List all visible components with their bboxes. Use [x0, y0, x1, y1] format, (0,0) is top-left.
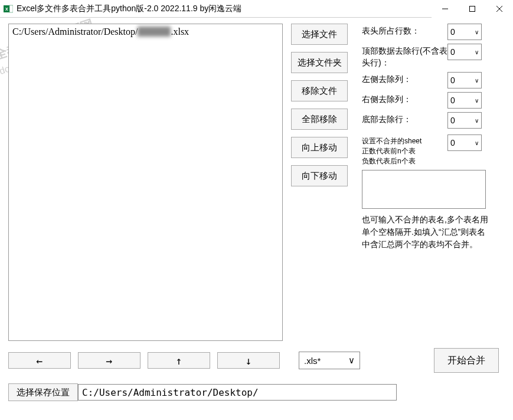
top-drop-label: 顶部数据去除行(不含表头行)：	[362, 44, 447, 68]
bottom-drop-label: 底部去除行：	[362, 112, 447, 126]
close-button[interactable]	[486, 0, 513, 18]
exclude-names-desc: 也可输入不合并的表名,多个表名用单个空格隔开.如填入“汇总”则表名中含汇总两个字…	[362, 214, 491, 251]
chevron-down-icon: ∨	[475, 117, 479, 124]
left-drop-spinner[interactable]: 0 ∨	[447, 72, 482, 88]
header-rows-spinner[interactable]: 0 ∨	[447, 24, 482, 40]
minimize-button[interactable]	[432, 0, 459, 18]
list-item[interactable]: C:/Users/Administrator/Desktop/xxxxxxx.x…	[12, 27, 279, 37]
right-drop-label: 右侧去除列：	[362, 92, 447, 106]
chevron-down-icon: ∨	[475, 29, 479, 35]
window-title: Excel多文件多表合并工具python版-2.0 2022.11.9 by闲逸…	[17, 4, 432, 14]
select-save-location-button[interactable]: 选择保存位置	[8, 383, 78, 401]
sheet-exclude-spinner[interactable]: 0 ∨	[447, 134, 482, 151]
left-drop-label: 左侧去除列：	[362, 72, 447, 86]
chevron-down-icon: ∨	[475, 49, 479, 55]
chevron-down-icon: ∨	[475, 77, 479, 84]
bottom-drop-spinner[interactable]: 0 ∨	[447, 112, 482, 129]
excel-icon: X	[4, 4, 13, 14]
chevron-down-icon: ∨	[475, 140, 479, 146]
arrow-down-button[interactable]: ↓	[217, 352, 280, 369]
select-file-button[interactable]: 选择文件	[291, 24, 348, 45]
titlebar: X Excel多文件多表合并工具python版-2.0 2022.11.9 by…	[0, 0, 513, 18]
svg-rect-1	[9, 5, 13, 12]
start-merge-button[interactable]: 开始合并	[434, 348, 499, 373]
chevron-down-icon: ∨	[348, 355, 355, 366]
arrow-left-button[interactable]: ←	[8, 352, 71, 369]
move-down-button[interactable]: 向下移动	[291, 165, 348, 186]
save-path-input[interactable]	[78, 384, 397, 401]
chevron-down-icon: ∨	[475, 97, 479, 104]
select-folder-button[interactable]: 选择文件夹	[291, 52, 348, 73]
extension-select[interactable]: .xls* ∨	[299, 352, 360, 369]
file-list[interactable]: C:/Users/Administrator/Desktop/xxxxxxx.x…	[8, 24, 283, 341]
move-up-button[interactable]: 向上移动	[291, 137, 348, 158]
exclude-names-input[interactable]	[362, 170, 486, 209]
top-drop-spinner[interactable]: 0 ∨	[447, 44, 482, 60]
header-rows-label: 表头所占行数：	[362, 24, 447, 37]
remove-file-button[interactable]: 移除文件	[291, 80, 348, 101]
sheet-exclude-label: 设置不合并的sheet 正数代表前n个表 负数代表后n个表	[362, 134, 447, 166]
arrow-right-button[interactable]: →	[78, 352, 140, 369]
right-drop-spinner[interactable]: 0 ∨	[447, 92, 482, 109]
svg-rect-4	[470, 6, 475, 11]
svg-text:X: X	[5, 7, 8, 11]
remove-all-button[interactable]: 全部移除	[291, 109, 348, 130]
maximize-button[interactable]	[459, 0, 486, 18]
arrow-up-button[interactable]: ↑	[148, 352, 210, 369]
